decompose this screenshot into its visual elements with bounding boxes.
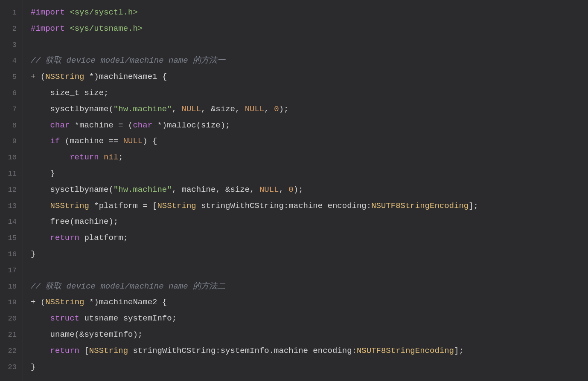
code-line-15[interactable]: return platform;: [31, 230, 588, 246]
code-line-9[interactable]: if (machine == NULL) {: [31, 133, 588, 150]
code-line-19[interactable]: + (NSString *)machineName2 {: [31, 294, 588, 311]
line-number[interactable]: 10: [0, 150, 23, 166]
code-editor: 1 2 3 4 5 6 7 8 9 10 11 12 13 14 15 16 1…: [0, 0, 588, 381]
line-number[interactable]: 18: [0, 279, 23, 295]
code-line-16[interactable]: }: [31, 246, 588, 263]
code-line-14[interactable]: free(machine);: [31, 214, 588, 230]
line-number[interactable]: 14: [0, 214, 23, 230]
code-line-18[interactable]: // 获取 device model/machine name 的方法二: [31, 279, 588, 295]
code-line-7[interactable]: sysctlbyname("hw.machine", NULL, &size, …: [31, 101, 588, 118]
code-line-4[interactable]: // 获取 device model/machine name 的方法一: [31, 53, 588, 69]
line-number[interactable]: 21: [0, 327, 23, 343]
line-number[interactable]: 4: [0, 53, 23, 69]
code-line-17[interactable]: [31, 263, 588, 279]
code-line-20[interactable]: struct utsname systemInfo;: [31, 311, 588, 327]
code-line-1[interactable]: #import <sys/sysctl.h>: [31, 5, 588, 21]
code-line-2[interactable]: #import <sys/utsname.h>: [31, 21, 588, 37]
code-line-13[interactable]: NSString *platform = [NSString stringWit…: [31, 198, 588, 214]
line-number[interactable]: 19: [0, 294, 23, 311]
code-content[interactable]: #import <sys/sysctl.h> #import <sys/utsn…: [23, 0, 588, 381]
line-number[interactable]: 13: [0, 198, 23, 214]
line-number[interactable]: 2: [0, 21, 23, 37]
line-number[interactable]: 1: [0, 5, 23, 21]
line-number[interactable]: 6: [0, 85, 23, 101]
code-line-11[interactable]: }: [31, 166, 588, 182]
line-number[interactable]: 22: [0, 343, 23, 359]
code-line-8[interactable]: char *machine = (char *)malloc(size);: [31, 118, 588, 134]
code-line-12[interactable]: sysctlbyname("hw.machine", machine, &siz…: [31, 182, 588, 198]
line-number[interactable]: 16: [0, 246, 23, 263]
code-line-10[interactable]: return nil;: [31, 150, 588, 166]
line-number[interactable]: 7: [0, 101, 23, 118]
line-number[interactable]: 9: [0, 133, 23, 150]
line-number[interactable]: 5: [0, 69, 23, 85]
line-number[interactable]: 3: [0, 37, 23, 53]
line-number[interactable]: 20: [0, 311, 23, 327]
code-line-6[interactable]: size_t size;: [31, 85, 588, 101]
line-number[interactable]: 11: [0, 166, 23, 182]
code-line-22[interactable]: return [NSString stringWithCString:syste…: [31, 343, 588, 359]
code-line-3[interactable]: [31, 37, 588, 53]
line-number[interactable]: 23: [0, 359, 23, 375]
line-number[interactable]: 15: [0, 230, 23, 246]
line-number-gutter: 1 2 3 4 5 6 7 8 9 10 11 12 13 14 15 16 1…: [0, 0, 23, 381]
code-line-21[interactable]: uname(&systemInfo);: [31, 327, 588, 343]
code-line-23[interactable]: }: [31, 359, 588, 375]
line-number[interactable]: 8: [0, 118, 23, 134]
code-line-5[interactable]: + (NSString *)machineName1 {: [31, 69, 588, 85]
line-number[interactable]: 12: [0, 182, 23, 198]
line-number[interactable]: 17: [0, 263, 23, 279]
